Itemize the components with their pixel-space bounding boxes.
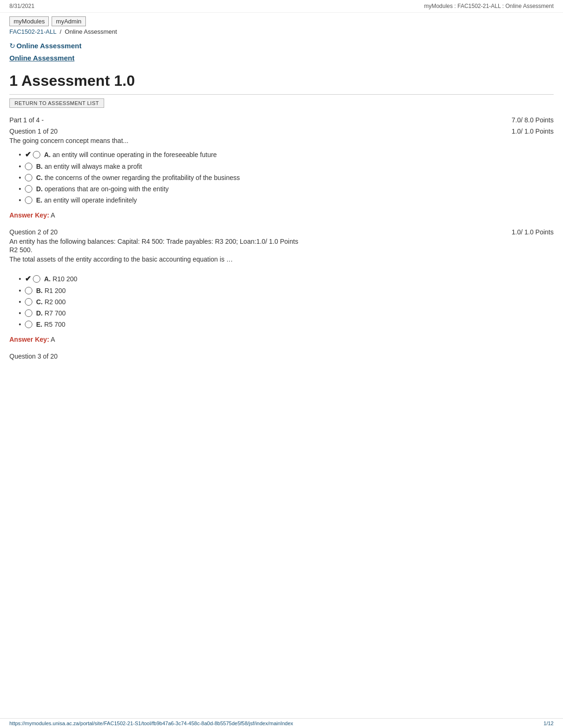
q2-bullet-a: • bbox=[19, 275, 21, 283]
q1-text-d: operations that are on-going with the en… bbox=[45, 185, 169, 193]
assessment-title: 1 Assessment 1.0 bbox=[0, 67, 563, 94]
q2-radio-a[interactable] bbox=[33, 275, 40, 283]
return-btn-row: RETURN TO ASSESSMENT LIST bbox=[0, 95, 563, 112]
question-2-points: 1.0/ 1.0 Points bbox=[511, 228, 554, 236]
question-2-left: Question 2 of 20 An entity has the follo… bbox=[9, 228, 298, 269]
q2-text-part2: R2 500. bbox=[9, 246, 298, 254]
nav-tabs: myModules myAdmin bbox=[0, 13, 563, 26]
q1-bullet-b: • bbox=[19, 163, 21, 170]
q2-text-d: R7 700 bbox=[45, 309, 66, 317]
q2-label-c: C. bbox=[36, 298, 43, 306]
q2-radio-b[interactable] bbox=[25, 287, 32, 294]
question-2-text: An entity has the following balances: Ca… bbox=[9, 238, 298, 263]
question-1-block: Question 1 of 20 The going concern conce… bbox=[9, 128, 554, 219]
q1-radio-e[interactable] bbox=[25, 196, 32, 204]
q1-radio-b[interactable] bbox=[25, 163, 32, 170]
q2-text-a: R10 200 bbox=[53, 275, 77, 283]
q2-text-e: R5 700 bbox=[44, 321, 65, 328]
q2-answer-key-label: Answer Key: bbox=[9, 336, 49, 343]
q1-option-e: • E. an entity will operate indefinitely bbox=[19, 196, 554, 204]
q1-bullet-a: • bbox=[19, 151, 21, 158]
breadcrumb-link[interactable]: FAC1502-21-ALL bbox=[9, 28, 56, 35]
q1-bullet-e: • bbox=[19, 196, 21, 204]
breadcrumb-separator: / bbox=[58, 28, 65, 35]
page-header-title: Online Assessment bbox=[16, 42, 82, 50]
question-1-text: The going concern concept means that... bbox=[9, 137, 129, 144]
q1-answer-key-label: Answer Key: bbox=[9, 211, 49, 219]
q1-label-c: C. bbox=[36, 174, 43, 181]
part-points: 7.0/ 8.0 Points bbox=[511, 116, 554, 124]
q1-option-c: • C. the concerns of the owner regarding… bbox=[19, 174, 554, 181]
q2-option-b: • B. R1 200 bbox=[19, 287, 554, 294]
q2-bullet-b: • bbox=[19, 287, 21, 294]
online-assessment-link[interactable]: Online Assessment bbox=[9, 54, 75, 62]
browser-title: myModules : FAC1502-21-ALL : Online Asse… bbox=[424, 3, 554, 9]
page-header: ↻Online Assessment bbox=[0, 39, 563, 52]
q1-option-b: • B. an entity will always make a profit bbox=[19, 163, 554, 170]
q2-radio-d[interactable] bbox=[25, 309, 32, 317]
q2-answer-key-value: A bbox=[51, 336, 55, 343]
part-row: Part 1 of 4 - 7.0/ 8.0 Points bbox=[9, 116, 554, 124]
question-1-options: • ✔ A. an entity will continue operating… bbox=[9, 150, 554, 204]
refresh-icon: ↻ bbox=[9, 42, 15, 50]
q2-bullet-d: • bbox=[19, 309, 21, 317]
q2-text-part3: The total assets of the entity according… bbox=[9, 255, 298, 263]
browser-bar: 8/31/2021 myModules : FAC1502-21-ALL : O… bbox=[0, 0, 563, 13]
part-label: Part 1 of 4 - bbox=[9, 116, 44, 124]
question-2-options: • ✔ A. R10 200 • B. R1 200 • C. R2 000 bbox=[9, 274, 554, 328]
q2-checkmark-a: ✔ bbox=[25, 274, 31, 283]
q2-radio-c[interactable] bbox=[25, 298, 32, 306]
q2-radio-e[interactable] bbox=[25, 321, 32, 328]
my-modules-tab[interactable]: myModules bbox=[9, 16, 49, 26]
q2-text-c: R2 000 bbox=[45, 298, 66, 306]
q2-label-e: E. bbox=[36, 321, 42, 328]
q1-answer-key: Answer Key: A bbox=[9, 211, 554, 219]
question-3-number: Question 3 of 20 bbox=[9, 353, 554, 360]
question-2-block: Question 2 of 20 An entity has the follo… bbox=[9, 228, 554, 343]
q1-radio-a[interactable] bbox=[33, 151, 40, 158]
q1-radio-d[interactable] bbox=[25, 185, 32, 193]
q1-bullet-c: • bbox=[19, 174, 21, 181]
q1-checkmark-a: ✔ bbox=[25, 150, 31, 159]
my-admin-tab[interactable]: myAdmin bbox=[52, 16, 85, 26]
q2-option-d: • D. R7 700 bbox=[19, 309, 554, 317]
q1-label-a: A. bbox=[44, 151, 51, 158]
q1-radio-c[interactable] bbox=[25, 174, 32, 181]
q2-text-b: R1 200 bbox=[45, 287, 66, 294]
question-1-left: Question 1 of 20 The going concern conce… bbox=[9, 128, 129, 150]
q1-answer-key-value: A bbox=[51, 211, 55, 219]
q1-option-d: • D. operations that are on-going with t… bbox=[19, 185, 554, 193]
q2-text-part1: An entity has the following balances: Ca… bbox=[9, 238, 256, 245]
q2-label-b: B. bbox=[36, 287, 43, 294]
q2-answer-key: Answer Key: A bbox=[9, 336, 554, 343]
q1-label-d: D. bbox=[36, 185, 43, 193]
q1-label-e: E. bbox=[36, 196, 42, 204]
q2-bullet-c: • bbox=[19, 298, 21, 306]
question-3-block: Question 3 of 20 bbox=[9, 353, 554, 360]
q1-text-a: an entity will continue operating in the… bbox=[53, 151, 217, 158]
q1-text-b: an entity will always make a profit bbox=[45, 163, 142, 170]
q2-option-e: • E. R5 700 bbox=[19, 321, 554, 328]
q2-points-inline: 1.0/ 1.0 Points bbox=[256, 238, 298, 245]
q2-option-a: • ✔ A. R10 200 bbox=[19, 274, 554, 283]
q2-label-d: D. bbox=[36, 309, 43, 317]
question-2-number: Question 2 of 20 bbox=[9, 228, 298, 236]
online-assessment-link-section: Online Assessment bbox=[0, 52, 563, 67]
q1-bullet-d: • bbox=[19, 185, 21, 193]
breadcrumb: FAC1502-21-ALL / Online Assessment bbox=[0, 26, 563, 39]
breadcrumb-current: Online Assessment bbox=[65, 28, 117, 35]
q2-label-a: A. bbox=[44, 275, 51, 283]
q1-label-b: B. bbox=[36, 163, 43, 170]
q2-bullet-e: • bbox=[19, 321, 21, 328]
q1-text-e: an entity will operate indefinitely bbox=[44, 196, 137, 204]
question-1-points: 1.0/ 1.0 Points bbox=[511, 128, 554, 135]
browser-date: 8/31/2021 bbox=[9, 3, 34, 9]
q1-text-c: the concerns of the owner regarding the … bbox=[45, 174, 240, 181]
q2-option-c: • C. R2 000 bbox=[19, 298, 554, 306]
question-1-number: Question 1 of 20 bbox=[9, 128, 129, 135]
question-1-header: Question 1 of 20 The going concern conce… bbox=[9, 128, 554, 150]
q1-option-a: • ✔ A. an entity will continue operating… bbox=[19, 150, 554, 159]
return-to-assessment-list-button[interactable]: RETURN TO ASSESSMENT LIST bbox=[9, 98, 104, 108]
main-content: Part 1 of 4 - 7.0/ 8.0 Points Question 1… bbox=[0, 112, 563, 374]
